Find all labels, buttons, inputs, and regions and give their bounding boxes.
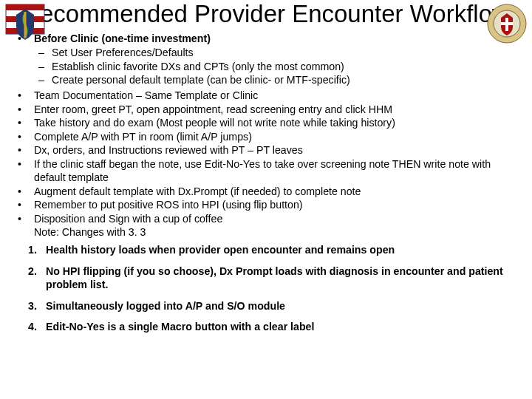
- subbullet: Establish clinic favorite DXs and CPTs (…: [34, 60, 519, 73]
- bullet-item: Dx, orders, and Instructions reviewed wi…: [13, 143, 519, 157]
- bullet-item: Augment default template with Dx.Prompt …: [13, 185, 519, 198]
- subbullet: Set User Preferences/Defaults: [34, 46, 519, 59]
- bullet-item: Take history and do exam (Most people wi…: [13, 116, 519, 129]
- bullet-before-clinic: Before Clinic (one-time investment) Set …: [13, 32, 519, 87]
- note-line: Note: Changes with 3. 3: [13, 225, 519, 239]
- subbullet: Create personal default template (can be…: [34, 73, 519, 86]
- bullet-item: Team Documentation – Same Template or Cl…: [13, 89, 519, 102]
- svg-rect-8: [501, 22, 513, 25]
- bullet-item: Complete A/P with PT in room (limit A/P …: [13, 130, 519, 143]
- bullet-head-text: Before Clinic (one-time investment): [34, 33, 211, 44]
- bullet-item: If the clinic staff began the note, use …: [13, 157, 519, 185]
- numbered-item: Health history loads when provider open …: [13, 243, 519, 256]
- numbered-item: No HPI flipping (if you so choose), Dx P…: [13, 265, 519, 292]
- numbered-item: Simultaneously logged into A/P and S/O m…: [13, 299, 519, 313]
- bullet-item: Enter room, greet PT, open appointment, …: [13, 103, 519, 116]
- bullet-item: Disposition and Sign with a cup of coffe…: [13, 212, 519, 225]
- numbered-item: Edit-No-Yes is a single Macro button wit…: [13, 320, 519, 333]
- bullet-item: Remember to put positive ROS into HPI (u…: [13, 198, 519, 211]
- slide-content: Before Clinic (one-time investment) Set …: [0, 27, 532, 334]
- page-title: Recommended Provider Encounter Workflow: [0, 0, 532, 27]
